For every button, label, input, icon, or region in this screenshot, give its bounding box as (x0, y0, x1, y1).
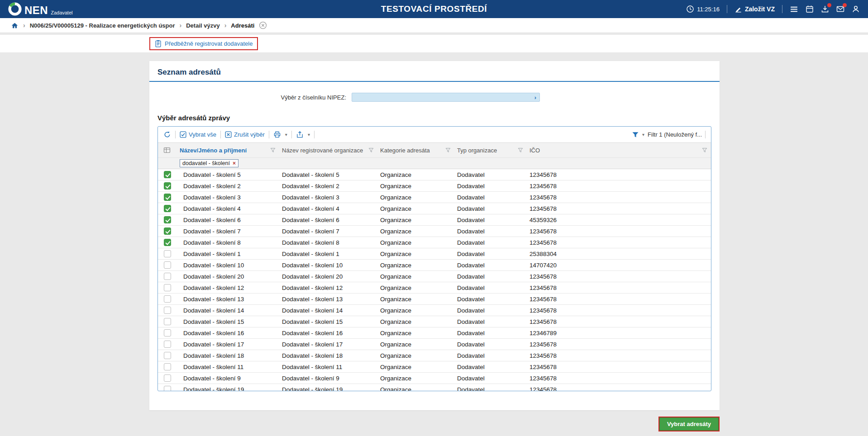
close-tab-button[interactable] (259, 21, 267, 29)
breadcrumb-item-procurement[interactable]: N006/25/V00005129 - Realizace energetick… (30, 22, 175, 29)
table-row[interactable]: Dodavatel - školení 8 Dodavatel - školen… (158, 237, 711, 248)
active-filter-label[interactable]: Filtr 1 (Neuložený f... (648, 131, 702, 138)
row-checkbox[interactable] (164, 171, 171, 178)
table-row[interactable]: Dodavatel - školení 6 Dodavatel - školen… (158, 214, 711, 226)
cell-type: Dodavatel (454, 350, 527, 361)
table-row[interactable]: Dodavatel - školení 2 Dodavatel - školen… (158, 180, 711, 192)
column-header-name[interactable]: Název/Jméno a příjmení (177, 143, 279, 158)
refresh-button[interactable] (163, 131, 171, 138)
row-checkbox[interactable] (164, 239, 171, 246)
row-checkbox[interactable] (164, 194, 171, 201)
breadcrumb-item-detail[interactable]: Detail výzvy (186, 22, 219, 29)
row-checkbox[interactable] (164, 352, 171, 359)
messages-button[interactable] (836, 5, 844, 13)
clear-selection-button[interactable]: Zrušit výběr (225, 131, 265, 138)
table-row[interactable]: Dodavatel - školení 9 Dodavatel - školen… (158, 373, 711, 384)
print-button[interactable] (273, 131, 281, 138)
nen-logo-icon (8, 2, 22, 16)
table-row[interactable]: Dodavatel - školení 15 Dodavatel - škole… (158, 316, 711, 327)
filter-chip[interactable]: dodavatel - školení × (180, 159, 238, 167)
row-checkbox[interactable] (164, 205, 171, 212)
table-row[interactable]: Dodavatel - školení 20 Dodavatel - škole… (158, 271, 711, 282)
cell-org: Dodavatel - školení 18 (279, 350, 377, 361)
menu-button[interactable] (790, 5, 798, 14)
row-checkbox[interactable] (164, 284, 171, 291)
subsection-title: Výběr adresátů zprávy (149, 114, 720, 122)
cell-name: Dodavatel - školení 4 (177, 203, 279, 214)
toolbar-divider (175, 131, 176, 138)
table-row[interactable]: Dodavatel - školení 11 Dodavatel - škole… (158, 361, 711, 373)
row-checkbox[interactable] (164, 295, 171, 303)
remove-filter-icon[interactable]: × (233, 160, 236, 166)
row-checkbox[interactable] (164, 250, 171, 257)
column-header-ico[interactable]: IČO (527, 143, 711, 158)
toolbar-divider (220, 131, 221, 138)
row-checkbox[interactable] (164, 386, 171, 391)
cell-type: Dodavatel (454, 237, 527, 248)
downloads-button[interactable] (821, 5, 829, 13)
preregister-supplier-button[interactable]: Předběžně registrovat dodavatele (155, 40, 253, 47)
create-vz-button[interactable]: Založit VZ (734, 5, 775, 13)
page-title: Seznam adresátů (149, 61, 720, 81)
table-row[interactable]: Dodavatel - školení 4 Dodavatel - školen… (158, 203, 711, 214)
user-profile-button[interactable] (852, 5, 860, 13)
filter-chip-label: dodavatel - školení (182, 160, 230, 166)
table-row[interactable]: Dodavatel - školení 3 Dodavatel - školen… (158, 192, 711, 203)
column-chooser-icon (163, 147, 171, 154)
cell-category: Organizace (377, 226, 454, 237)
filter-menu-caret[interactable]: ▾ (642, 132, 644, 137)
cell-org: Dodavatel - školení 12 (279, 282, 377, 294)
row-checkbox[interactable] (164, 318, 171, 325)
table-row[interactable]: Dodavatel - školení 18 Dodavatel - škole… (158, 350, 711, 361)
row-checkbox[interactable] (164, 341, 171, 348)
cell-name: Dodavatel - školení 19 (177, 384, 279, 392)
row-checkbox[interactable] (164, 307, 171, 314)
cell-type: Dodavatel (454, 339, 527, 350)
table-row[interactable]: Dodavatel - školení 1 Dodavatel - školen… (158, 248, 711, 260)
cell-org: Dodavatel - školení 4 (279, 203, 377, 214)
print-menu-caret[interactable]: ▾ (285, 132, 287, 137)
chevron-right-icon[interactable]: › (531, 94, 539, 101)
row-checkbox[interactable] (164, 329, 171, 336)
row-checkbox[interactable] (164, 273, 171, 280)
home-icon[interactable] (11, 22, 19, 29)
table-row[interactable]: Dodavatel - školení 16 Dodavatel - škole… (158, 327, 711, 339)
table-row[interactable]: Dodavatel - školení 17 Dodavatel - škole… (158, 339, 711, 350)
table-row[interactable]: Dodavatel - školení 14 Dodavatel - škole… (158, 305, 711, 316)
cell-name: Dodavatel - školení 17 (177, 339, 279, 350)
menu-icon (790, 5, 798, 14)
cell-org: Dodavatel - školení 5 (279, 169, 377, 180)
cell-type: Dodavatel (454, 294, 527, 305)
row-checkbox[interactable] (164, 374, 171, 382)
column-header-category[interactable]: Kategorie adresáta (377, 143, 454, 158)
top-header: NEN Zadavatel TESTOVACÍ PROSTŘEDÍ 11:25:… (0, 0, 868, 18)
column-chooser-button[interactable] (158, 143, 177, 158)
select-all-label: Vybrat vše (189, 131, 216, 138)
row-checkbox[interactable] (164, 261, 171, 269)
cell-name: Dodavatel - školení 6 (177, 214, 279, 226)
row-checkbox[interactable] (164, 227, 171, 235)
row-checkbox[interactable] (164, 216, 171, 223)
filter-button[interactable] (632, 131, 639, 138)
table-row[interactable]: Dodavatel - školení 10 Dodavatel - škole… (158, 260, 711, 271)
column-header-type[interactable]: Typ organizace (454, 143, 527, 158)
table-row[interactable]: Dodavatel - školení 19 Dodavatel - škole… (158, 384, 711, 392)
table-row[interactable]: Dodavatel - školení 12 Dodavatel - škole… (158, 282, 711, 294)
cell-name: Dodavatel - školení 11 (177, 361, 279, 373)
table-row[interactable]: Dodavatel - školení 5 Dodavatel - školen… (158, 169, 711, 180)
table-row[interactable]: Dodavatel - školení 7 Dodavatel - školen… (158, 226, 711, 237)
cell-type: Dodavatel (454, 271, 527, 282)
calendar-button[interactable] (806, 5, 814, 13)
close-circle-icon (259, 21, 267, 29)
select-addressees-button[interactable]: Vybrat adresáty (659, 417, 719, 431)
export-menu-caret[interactable]: ▾ (308, 132, 310, 137)
notification-badge (843, 3, 847, 7)
row-checkbox[interactable] (164, 182, 171, 190)
select-all-button[interactable]: Vybrat vše (180, 131, 216, 138)
nen-logo[interactable]: NEN Zadavatel (8, 2, 72, 16)
export-button[interactable] (296, 131, 304, 138)
column-header-org[interactable]: Název registrované organizace (279, 143, 377, 158)
table-row[interactable]: Dodavatel - školení 13 Dodavatel - škole… (158, 294, 711, 305)
nipez-picker-field[interactable]: › (352, 93, 540, 102)
row-checkbox[interactable] (164, 363, 171, 370)
